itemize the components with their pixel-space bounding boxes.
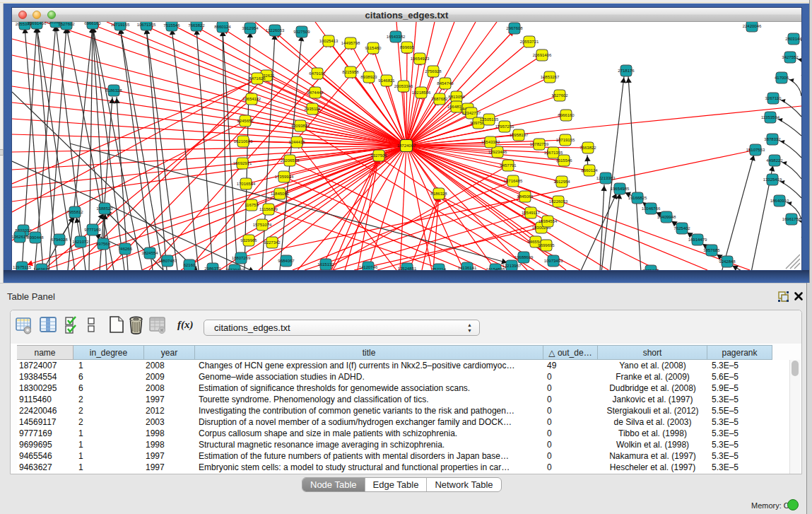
svg-text:697568: 697568 <box>96 242 111 246</box>
svg-text:7515546: 7515546 <box>163 23 180 28</box>
svg-text:3824554: 3824554 <box>141 251 158 255</box>
svg-text:17957255: 17957255 <box>495 124 514 129</box>
svg-text:9684067: 9684067 <box>278 259 295 263</box>
svg-text:9327509: 9327509 <box>293 30 310 34</box>
svg-text:10973493: 10973493 <box>544 259 563 263</box>
svg-text:8938923: 8938923 <box>360 75 377 79</box>
svg-text:9242848: 9242848 <box>719 259 736 264</box>
svg-text:18640910: 18640910 <box>770 199 789 203</box>
svg-text:19218506: 19218506 <box>412 90 431 95</box>
svg-text:13226053: 13226053 <box>266 28 285 33</box>
svg-text:8186328: 8186328 <box>105 88 122 93</box>
svg-text:20553721: 20553721 <box>520 40 539 44</box>
svg-text:9327509: 9327509 <box>370 153 387 158</box>
svg-text:10719155: 10719155 <box>111 23 130 27</box>
svg-text:9245652: 9245652 <box>237 119 254 123</box>
svg-text:16543382: 16543382 <box>387 35 406 39</box>
svg-text:6966160: 6966160 <box>84 22 101 25</box>
svg-text:2687682: 2687682 <box>431 97 448 101</box>
svg-text:13226053: 13226053 <box>549 199 568 204</box>
svg-text:252214: 252214 <box>432 267 447 270</box>
svg-text:22420046: 22420046 <box>743 24 762 28</box>
svg-text:1588520: 1588520 <box>96 206 113 211</box>
svg-text:9115460: 9115460 <box>365 46 382 50</box>
svg-text:17016504: 17016504 <box>237 182 256 186</box>
svg-text:11845061: 11845061 <box>271 192 290 196</box>
svg-text:12093822: 12093822 <box>291 124 310 128</box>
svg-text:19654923: 19654923 <box>411 57 430 61</box>
svg-text:16210643: 16210643 <box>234 139 253 144</box>
svg-text:12549117: 12549117 <box>522 211 541 215</box>
svg-text:15720407: 15720407 <box>225 268 245 270</box>
svg-text:2935114: 2935114 <box>305 107 322 111</box>
svg-text:746266: 746266 <box>118 247 133 251</box>
svg-text:8660124: 8660124 <box>214 25 231 29</box>
svg-text:1362615: 1362615 <box>12 235 28 239</box>
svg-text:20206578: 20206578 <box>281 158 300 163</box>
svg-text:15692971: 15692971 <box>233 161 252 165</box>
svg-text:12505135: 12505135 <box>480 117 499 122</box>
svg-text:16543382: 16543382 <box>481 140 500 144</box>
svg-text:19166825: 19166825 <box>628 196 647 200</box>
svg-text:1527602: 1527602 <box>58 22 75 26</box>
svg-text:14495798: 14495798 <box>341 41 360 45</box>
svg-text:8186328: 8186328 <box>430 192 447 196</box>
svg-text:9474444: 9474444 <box>307 90 324 95</box>
svg-text:13716485: 13716485 <box>504 179 523 183</box>
svg-text:19654985: 19654985 <box>611 187 630 191</box>
svg-text:14120746: 14120746 <box>359 265 378 269</box>
svg-text:6966160: 6966160 <box>558 113 575 117</box>
svg-text:6794028: 6794028 <box>51 238 68 242</box>
svg-text:18724007: 18724007 <box>397 144 416 148</box>
svg-text:16409948: 16409948 <box>657 215 676 219</box>
svg-text:19384554: 19384554 <box>539 219 558 223</box>
svg-text:116753: 116753 <box>245 203 259 207</box>
svg-text:15751074: 15751074 <box>253 223 272 227</box>
svg-text:7955812: 7955812 <box>66 210 83 214</box>
svg-text:9457791: 9457791 <box>500 163 517 168</box>
svg-text:10654112: 10654112 <box>242 97 261 101</box>
svg-text:10719155: 10719155 <box>556 138 575 142</box>
svg-text:20053346: 20053346 <box>394 84 413 88</box>
svg-text:1527602: 1527602 <box>551 93 568 98</box>
svg-text:8215958: 8215958 <box>342 70 359 74</box>
svg-text:10688609: 10688609 <box>514 255 534 259</box>
svg-text:7663822: 7663822 <box>579 146 596 150</box>
svg-text:16961758: 16961758 <box>782 217 801 221</box>
svg-text:2803144: 2803144 <box>785 37 801 41</box>
svg-text:7485063: 7485063 <box>642 269 659 270</box>
svg-text:12213363: 12213363 <box>596 176 616 180</box>
svg-text:2986372: 2986372 <box>204 267 221 270</box>
svg-text:16914479: 16914479 <box>688 238 707 242</box>
svg-text:9329966: 9329966 <box>240 238 257 243</box>
svg-text:12923446: 12923446 <box>488 150 507 154</box>
svg-text:10046766: 10046766 <box>642 206 661 211</box>
svg-text:7515546: 7515546 <box>555 158 572 163</box>
svg-text:13325419: 13325419 <box>763 177 782 182</box>
svg-text:3857685: 3857685 <box>703 248 720 252</box>
svg-text:10958197: 10958197 <box>510 133 529 137</box>
svg-text:8454749: 8454749 <box>437 81 454 86</box>
svg-text:17359924: 17359924 <box>275 175 294 179</box>
svg-text:9699695: 9699695 <box>538 243 555 247</box>
svg-text:3912954: 3912954 <box>553 180 570 184</box>
svg-text:3878332: 3878332 <box>764 137 781 141</box>
svg-text:2967608: 2967608 <box>506 26 523 30</box>
svg-text:3267110: 3267110 <box>765 96 782 100</box>
svg-text:9777169: 9777169 <box>84 228 101 232</box>
svg-text:62160: 62160 <box>184 263 196 267</box>
svg-text:12975115: 12975115 <box>13 265 32 269</box>
svg-text:7663822: 7663822 <box>188 23 205 28</box>
svg-text:417006: 417006 <box>775 76 789 80</box>
svg-text:10671355: 10671355 <box>137 23 156 27</box>
svg-text:6479197: 6479197 <box>309 71 326 76</box>
svg-text:1845061: 1845061 <box>517 194 534 199</box>
svg-text:8813054: 8813054 <box>448 95 465 99</box>
svg-text:20691406: 20691406 <box>28 22 47 25</box>
svg-text:18807269: 18807269 <box>232 256 251 260</box>
svg-text:9146821: 9146821 <box>378 78 395 83</box>
svg-text:10853267: 10853267 <box>541 75 560 79</box>
svg-text:1463627: 1463627 <box>33 267 50 270</box>
svg-text:7625402: 7625402 <box>673 226 690 230</box>
svg-text:10671355: 10671355 <box>544 151 563 155</box>
